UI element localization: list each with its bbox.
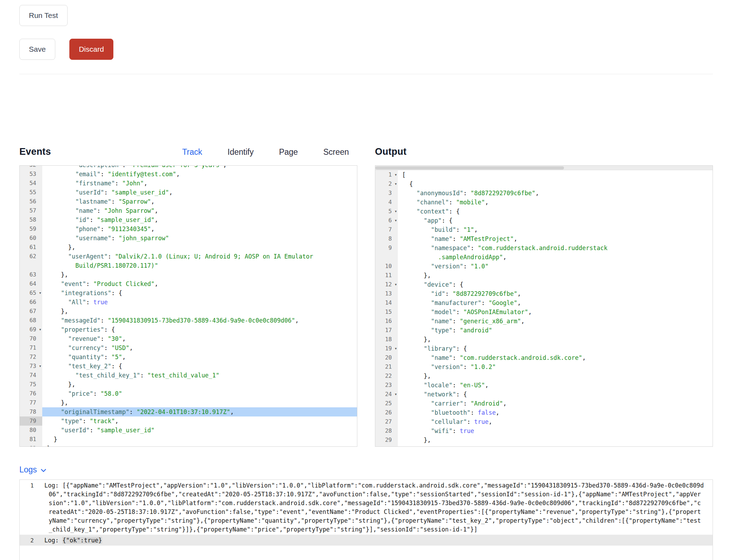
- line-number-gutter[interactable]: 54: [20, 179, 42, 188]
- code-line-72[interactable]: 72 "quantity": "5",: [20, 352, 357, 362]
- code-line-66[interactable]: 66 "All": true: [20, 298, 357, 307]
- line-number-gutter[interactable]: 9: [375, 243, 398, 253]
- line-number-gutter[interactable]: 7: [375, 225, 398, 234]
- code-line-69[interactable]: 69▾ "properties": {: [20, 325, 357, 334]
- line-number-gutter[interactable]: 69▾: [20, 325, 42, 334]
- code-line-19[interactable]: 19▾ "library": {: [375, 344, 713, 353]
- line-number-gutter[interactable]: 77: [20, 398, 42, 407]
- line-number-gutter[interactable]: 17: [375, 326, 398, 335]
- line-number-gutter[interactable]: 27: [375, 417, 398, 426]
- line-number-gutter[interactable]: 19▾: [375, 344, 398, 353]
- code-line-77[interactable]: 77 },: [20, 398, 357, 407]
- line-number-gutter[interactable]: 1▾: [375, 170, 398, 179]
- line-number-gutter[interactable]: 56: [20, 197, 42, 206]
- code-line-16[interactable]: 16 "name": "generic_x86_arm",: [375, 317, 713, 326]
- line-number-gutter[interactable]: 73▾: [20, 362, 42, 371]
- code-line-20[interactable]: 20 "name": "com.rudderstack.android.sdk.…: [375, 353, 713, 362]
- line-number-gutter[interactable]: 71: [20, 343, 42, 352]
- code-line-22[interactable]: 22 },: [375, 371, 713, 381]
- code-line-18[interactable]: 18 },: [375, 335, 713, 344]
- line-number-gutter[interactable]: 20: [375, 353, 398, 362]
- code-line-5[interactable]: 5▾ "context": {: [375, 207, 713, 216]
- run-test-button[interactable]: Run Test: [19, 5, 68, 26]
- line-number-gutter[interactable]: 8: [375, 234, 398, 243]
- code-line-wrap[interactable]: Build/PSR1.180720.117)": [20, 261, 357, 270]
- save-button[interactable]: Save: [19, 39, 55, 60]
- line-number-gutter[interactable]: 21: [375, 362, 398, 371]
- line-number-gutter[interactable]: 65▾: [20, 288, 42, 298]
- tab-identify[interactable]: Identify: [227, 147, 253, 157]
- code-line-78[interactable]: 78 "originalTimestamp": "2022-04-01T10:3…: [20, 407, 357, 416]
- code-line-30[interactable]: 30▾ "os": {: [375, 445, 713, 447]
- code-line-7[interactable]: 7 "build": "1",: [375, 225, 713, 234]
- line-number-gutter[interactable]: 58: [20, 215, 42, 224]
- line-number-gutter[interactable]: 4: [375, 198, 398, 207]
- code-line-52[interactable]: 52 "description": "Premium user for 3 ye…: [20, 165, 357, 170]
- code-line-2[interactable]: 2▾ {: [375, 179, 713, 189]
- line-number-gutter[interactable]: 55: [20, 188, 42, 197]
- tab-screen[interactable]: Screen: [323, 147, 349, 157]
- code-line-15[interactable]: 15 "model": "AOSPonIAEmulator",: [375, 307, 713, 317]
- line-number-gutter[interactable]: 15: [375, 307, 398, 317]
- fold-arrow-icon[interactable]: ▾: [394, 207, 397, 216]
- line-number-gutter[interactable]: 78: [20, 407, 42, 416]
- output-editor[interactable]: 1▾[2▾ {3 "anonymousId": "8d872292709c6fb…: [375, 165, 713, 447]
- line-number-gutter[interactable]: 57: [20, 206, 42, 215]
- tab-page[interactable]: Page: [279, 147, 298, 157]
- line-number-gutter[interactable]: 3: [375, 189, 398, 198]
- line-number-gutter[interactable]: 76: [20, 389, 42, 398]
- fold-arrow-icon[interactable]: ▾: [394, 179, 397, 189]
- line-number-gutter[interactable]: 66: [20, 298, 42, 307]
- code-line-53[interactable]: 53 "email": "identify@test.com",: [20, 170, 357, 179]
- code-line-9[interactable]: 9 "namespace": "com.rudderstack.android.…: [375, 243, 713, 253]
- line-number-gutter[interactable]: 10: [375, 262, 398, 271]
- line-number-gutter[interactable]: 24▾: [375, 390, 398, 399]
- code-line-4[interactable]: 4 "channel": "mobile",: [375, 198, 713, 207]
- code-line-65[interactable]: 65▾ "integrations": {: [20, 288, 357, 298]
- code-line-71[interactable]: 71 "currency": "USD",: [20, 343, 357, 352]
- code-line-13[interactable]: 13 "id": "8d872292709c6fbe",: [375, 289, 713, 298]
- code-line-59[interactable]: 59 "phone": "9112340345",: [20, 224, 357, 234]
- line-number-gutter[interactable]: 16: [375, 317, 398, 326]
- code-line-56[interactable]: 56 "lastname": "Sparrow",: [20, 197, 357, 206]
- code-line-73[interactable]: 73▾ "test_key_2": {: [20, 362, 357, 371]
- line-number-gutter[interactable]: 61: [20, 243, 42, 252]
- output-editor-horizontal-scrollbar[interactable]: [375, 166, 713, 170]
- code-line-76[interactable]: 76 "price": "58.0": [20, 389, 357, 398]
- fold-arrow-icon[interactable]: ▾: [39, 325, 42, 334]
- code-line-74[interactable]: 74 "test_child_key_1": "test_child_value…: [20, 371, 357, 380]
- fold-arrow-icon[interactable]: ▾: [394, 280, 397, 289]
- code-line-21[interactable]: 21 "version": "1.0.2": [375, 362, 713, 371]
- line-number-gutter[interactable]: 80: [20, 426, 42, 435]
- code-line-62[interactable]: 62 "userAgent": "Dalvik/2.1.0 (Linux; U;…: [20, 252, 357, 261]
- line-number-gutter[interactable]: 30▾: [375, 445, 398, 447]
- line-number-gutter[interactable]: 26: [375, 408, 398, 417]
- line-number-gutter[interactable]: 52: [20, 165, 42, 170]
- code-line-29[interactable]: 29 },: [375, 435, 713, 445]
- line-number-gutter[interactable]: 59: [20, 224, 42, 234]
- code-line-54[interactable]: 54 "firstname": "John",: [20, 179, 357, 188]
- line-number-gutter[interactable]: 72: [20, 352, 42, 362]
- code-line-82[interactable]: 82]: [20, 444, 357, 447]
- code-line-79[interactable]: 79 "type": "track",: [20, 416, 357, 426]
- code-line-3[interactable]: 3 "anonymousId": "8d872292709c6fbe",: [375, 189, 713, 198]
- code-line-6[interactable]: 6▾ "app": {: [375, 216, 713, 225]
- fold-arrow-icon[interactable]: ▾: [39, 362, 42, 371]
- code-line-61[interactable]: 61 },: [20, 243, 357, 252]
- line-number-gutter[interactable]: [375, 253, 398, 262]
- code-line-wrap[interactable]: .sampleAndroidApp",: [375, 253, 713, 262]
- code-line-64[interactable]: 64 "event": "Product Clicked",: [20, 279, 357, 288]
- line-number-gutter[interactable]: 62: [20, 252, 42, 261]
- code-line-26[interactable]: 26 "bluetooth": false,: [375, 408, 713, 417]
- line-number-gutter[interactable]: 2▾: [375, 179, 398, 189]
- events-editor[interactable]: 52 "description": "Premium user for 3 ye…: [19, 165, 357, 447]
- code-line-68[interactable]: 68 "messageId": "1590431830915-73bed370-…: [20, 316, 357, 325]
- fold-arrow-icon[interactable]: ▾: [394, 445, 397, 447]
- tab-track[interactable]: Track: [182, 147, 202, 157]
- fold-arrow-icon[interactable]: ▾: [394, 390, 397, 399]
- code-line-12[interactable]: 12▾ "device": {: [375, 280, 713, 289]
- line-number-gutter[interactable]: 67: [20, 307, 42, 316]
- line-number-gutter[interactable]: 75: [20, 380, 42, 389]
- line-number-gutter[interactable]: 25: [375, 399, 398, 408]
- fold-arrow-icon[interactable]: ▾: [394, 170, 397, 179]
